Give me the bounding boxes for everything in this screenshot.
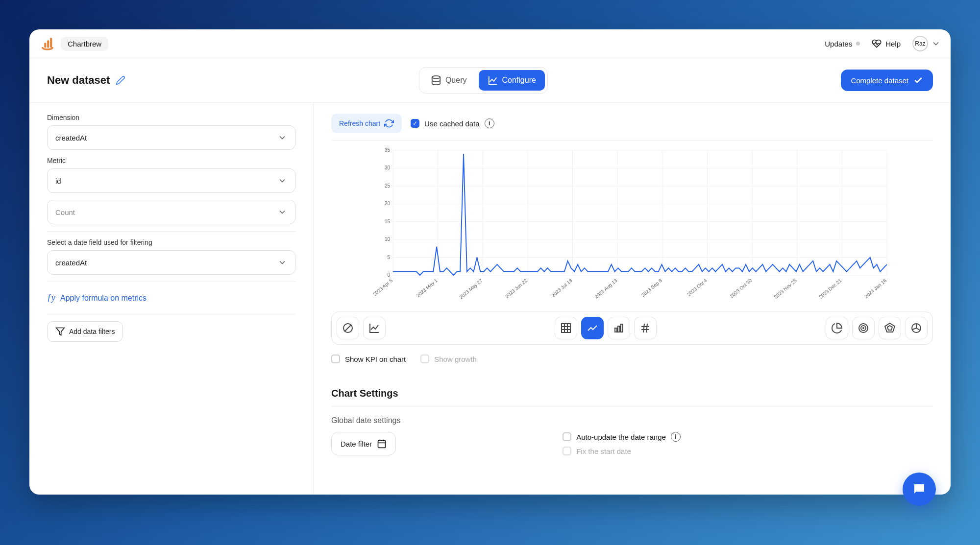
svg-line-58 <box>646 324 647 332</box>
chevron-down-icon <box>277 176 287 186</box>
show-kpi-toggle[interactable]: Show KPI on chart <box>331 355 406 363</box>
checkbox-icon <box>420 355 429 363</box>
brand-name[interactable]: Chartbrew <box>61 37 108 51</box>
svg-text:5: 5 <box>387 255 390 260</box>
fx-icon: ƒy <box>47 293 55 303</box>
auto-update-label: Auto-update the date range <box>576 433 666 441</box>
svg-line-57 <box>643 324 644 332</box>
svg-rect-65 <box>378 440 386 448</box>
database-icon <box>431 75 441 86</box>
chart-type-polar[interactable] <box>905 317 928 339</box>
svg-rect-53 <box>618 326 620 332</box>
chart-type-number[interactable] <box>634 317 657 339</box>
chat-fab[interactable] <box>903 473 936 506</box>
fix-start-toggle: Fix the start date <box>563 447 933 455</box>
chart-type-trend[interactable] <box>363 317 386 339</box>
tab-query[interactable]: Query <box>422 70 476 91</box>
pie-icon <box>831 322 843 334</box>
checkbox-icon: ✓ <box>411 119 419 128</box>
updates-indicator-icon <box>856 42 860 46</box>
use-cached-label: Use cached data <box>424 119 480 128</box>
svg-rect-52 <box>615 328 617 332</box>
user-menu[interactable]: Raz <box>912 36 941 51</box>
complete-dataset-button[interactable]: Complete dataset <box>841 70 933 91</box>
refresh-chart-button[interactable]: Refresh chart <box>331 114 402 133</box>
svg-text:25: 25 <box>385 183 391 189</box>
auto-update-toggle[interactable]: Auto-update the date range i <box>563 432 933 442</box>
polar-icon <box>910 322 922 334</box>
svg-text:2023 Apr 5: 2023 Apr 5 <box>372 278 393 297</box>
help-link[interactable]: Help <box>872 39 901 48</box>
page-title: New dataset <box>47 74 110 87</box>
chevron-down-icon <box>931 39 941 48</box>
svg-text:15: 15 <box>385 219 391 224</box>
empty-circle-icon <box>342 322 354 334</box>
hash-icon <box>639 322 651 334</box>
aggregation-value: Count <box>55 208 75 216</box>
date-filter-button[interactable]: Date filter <box>331 432 396 455</box>
show-growth-toggle: Show growth <box>420 355 477 363</box>
svg-rect-2 <box>50 38 52 47</box>
add-filters-button[interactable]: Add data filters <box>47 321 123 342</box>
aggregation-select[interactable]: Count <box>47 200 295 224</box>
svg-text:2023 Dec 21: 2023 Dec 21 <box>818 278 843 300</box>
calendar-icon <box>377 439 387 449</box>
checkbox-icon <box>331 355 340 363</box>
chart-type-bar[interactable] <box>608 317 630 339</box>
svg-text:30: 30 <box>385 165 391 170</box>
chat-icon <box>912 482 927 497</box>
chevron-down-icon <box>277 258 287 267</box>
svg-point-3 <box>432 76 441 79</box>
add-filters-label: Add data filters <box>69 328 115 335</box>
radar-icon <box>884 322 896 334</box>
dimension-select[interactable]: createdAt <box>47 125 295 150</box>
fix-start-label: Fix the start date <box>576 447 631 455</box>
app-window: Chartbrew Updates Help Raz <box>29 29 951 495</box>
chevron-down-icon <box>277 133 287 142</box>
metric-value: id <box>55 177 61 185</box>
chart-settings-title: Chart Settings <box>331 388 933 399</box>
target-icon <box>858 322 869 334</box>
chart-type-bar <box>331 311 933 345</box>
chart-type-radar[interactable] <box>879 317 901 339</box>
info-icon[interactable]: i <box>485 118 494 128</box>
date-field-label: Select a date field used for filtering <box>47 238 295 246</box>
edit-icon[interactable] <box>116 75 125 85</box>
svg-text:35: 35 <box>385 147 391 153</box>
svg-marker-63 <box>887 326 892 330</box>
svg-rect-0 <box>44 43 46 47</box>
svg-marker-62 <box>885 323 895 332</box>
date-field-select[interactable]: createdAt <box>47 250 295 275</box>
tab-query-label: Query <box>445 76 467 85</box>
apply-formula-link[interactable]: ƒy Apply formula on metrics <box>47 289 295 307</box>
chart-type-pie[interactable] <box>826 317 848 339</box>
mode-tabs: Query Configure <box>419 67 548 94</box>
line-chart-icon <box>587 322 598 334</box>
chart-type-line[interactable] <box>581 317 604 339</box>
svg-text:2023 Sep 8: 2023 Sep 8 <box>640 278 663 298</box>
refresh-icon <box>384 118 394 128</box>
svg-text:10: 10 <box>385 237 391 242</box>
show-kpi-label: Show KPI on chart <box>345 355 406 363</box>
svg-point-61 <box>863 328 864 329</box>
chart-type-doughnut[interactable] <box>852 317 875 339</box>
brand-logo-icon <box>39 35 56 52</box>
chart-preview: 051015202530352023 Apr 52023 May 12023 M… <box>331 141 933 308</box>
chart-type-none[interactable] <box>337 317 359 339</box>
info-icon[interactable]: i <box>671 432 681 442</box>
use-cached-checkbox[interactable]: ✓ Use cached data i <box>411 118 494 128</box>
show-growth-label: Show growth <box>434 355 477 363</box>
svg-text:2023 Nov 25: 2023 Nov 25 <box>773 278 798 300</box>
main: Dimension createdAt Metric id Count Sele… <box>29 103 951 495</box>
tab-configure[interactable]: Configure <box>479 70 545 91</box>
left-panel: Dimension createdAt Metric id Count Sele… <box>29 103 314 495</box>
updates-link[interactable]: Updates <box>825 40 860 48</box>
checkbox-icon <box>563 432 571 441</box>
trend-icon <box>368 322 380 334</box>
chart-type-table[interactable] <box>555 317 577 339</box>
metric-select[interactable]: id <box>47 168 295 193</box>
svg-text:2023 Jul 18: 2023 Jul 18 <box>550 278 573 298</box>
svg-text:2023 May 1: 2023 May 1 <box>416 278 439 298</box>
date-field-value: createdAt <box>55 259 87 267</box>
tab-configure-label: Configure <box>502 76 536 85</box>
